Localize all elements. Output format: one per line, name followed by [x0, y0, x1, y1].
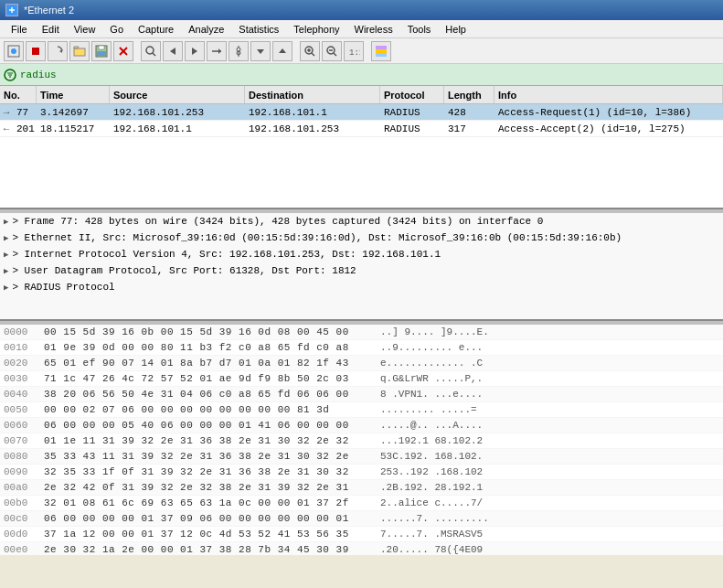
hex-offset: 0010 — [4, 342, 37, 353]
detail-row-ethernet[interactable]: ▶ > Ethernet II, Src: Microsof_39:16:0d … — [0, 230, 723, 246]
detail-text-frame: > Frame 77: 428 bytes on wire (3424 bits… — [12, 216, 543, 227]
hex-bytes: 2e 32 42 0f 31 39 32 2e 32 38 2e 31 39 3… — [44, 482, 373, 493]
svg-text:1:1: 1:1 — [349, 48, 360, 58]
hex-offset: 00b0 — [4, 497, 37, 508]
title-bar: *Ethernet 2 — [0, 0, 723, 20]
svg-line-15 — [153, 53, 155, 56]
hex-ascii: 8 .VPN1. ...e.... — [380, 389, 483, 400]
svg-line-29 — [312, 53, 314, 56]
search-button[interactable] — [141, 41, 161, 61]
zoom-out-button[interactable] — [322, 41, 342, 61]
stop-button[interactable] — [26, 41, 46, 61]
up-arrow-button[interactable] — [272, 41, 292, 61]
colorize-button[interactable] — [371, 41, 391, 61]
packet-list-header: No. Time Source Destination Protocol Len… — [0, 86, 723, 104]
svg-rect-11 — [97, 51, 106, 56]
svg-marker-17 — [192, 48, 197, 55]
new-capture-button[interactable] — [4, 41, 24, 61]
detail-text-udp: > User Datagram Protocol, Src Port: 6132… — [12, 265, 356, 276]
hex-ascii: ......... .....= — [380, 404, 477, 415]
packet-len: 428 — [444, 107, 494, 118]
filter-icon — [4, 69, 16, 81]
hex-bytes: 71 1c 47 26 4c 72 57 52 01 ae 9d f9 8b 5… — [44, 373, 373, 384]
svg-marker-8 — [74, 47, 79, 48]
hex-row: 00a02e 32 42 0f 31 39 32 2e 32 38 2e 31 … — [0, 480, 723, 496]
svg-rect-34 — [376, 49, 387, 53]
hex-offset: 0070 — [4, 435, 37, 446]
back-button[interactable] — [163, 41, 183, 61]
hex-row: 00d037 1a 12 00 00 01 37 12 0c 4d 53 52 … — [0, 527, 723, 542]
packet-arrow: → — [0, 107, 13, 118]
menu-tools[interactable]: Tools — [400, 23, 439, 36]
col-header-protocol: Protocol — [380, 86, 444, 103]
detail-text-radius: > RADIUS Protocol — [12, 282, 114, 293]
hex-row: 003071 1c 47 26 4c 72 57 52 01 ae 9d f9 … — [0, 371, 723, 387]
toolbar: 1:1 — [0, 38, 723, 64]
col-header-info: Info — [494, 86, 723, 103]
hex-ascii: .20..... 78({4E09 — [380, 544, 483, 555]
svg-point-20 — [237, 48, 240, 51]
menu-bar: File Edit View Go Capture Analyze Statis… — [0, 20, 723, 38]
goto-button[interactable] — [207, 41, 227, 61]
hex-bytes: 00 00 02 07 06 00 00 00 00 00 00 00 00 8… — [44, 404, 373, 415]
forward-button[interactable] — [185, 41, 205, 61]
hex-offset: 00d0 — [4, 529, 37, 540]
hex-offset: 0020 — [4, 358, 37, 369]
packet-src: 192.168.101.253 — [110, 107, 245, 118]
hex-ascii: ..9......... e... — [380, 342, 483, 353]
packet-len: 317 — [444, 123, 494, 134]
packet-row[interactable]: → 77 3.142697 192.168.101.253 192.168.10… — [0, 104, 723, 121]
close-button[interactable] — [113, 41, 133, 61]
zoom-100-button[interactable]: 1:1 — [344, 41, 364, 61]
svg-rect-5 — [32, 48, 39, 55]
restart-button[interactable] — [48, 41, 68, 61]
filter-input[interactable]: radius — [20, 69, 719, 80]
svg-marker-25 — [279, 48, 286, 53]
menu-view[interactable]: View — [67, 23, 103, 36]
menu-help[interactable]: Help — [438, 23, 473, 36]
save-button[interactable] — [91, 41, 112, 61]
hex-bytes: 32 01 08 61 6c 69 63 65 63 1a 0c 00 00 0… — [44, 497, 373, 508]
packet-detail: ▶ > Frame 77: 428 bytes on wire (3424 bi… — [0, 213, 723, 321]
hex-row: 007001 1e 11 31 39 32 2e 31 36 38 2e 31 … — [0, 433, 723, 449]
detail-row-radius[interactable]: ▶ > RADIUS Protocol — [0, 279, 723, 295]
svg-marker-6 — [59, 49, 62, 53]
hex-ascii: ......7. ......... — [380, 513, 489, 524]
svg-rect-35 — [376, 46, 387, 49]
zoom-in-button[interactable] — [300, 41, 320, 61]
down-arrow-button[interactable] — [250, 41, 271, 61]
col-header-length: Length — [444, 86, 494, 103]
menu-statistics[interactable]: Statistics — [231, 23, 286, 36]
hex-bytes: 32 35 33 1f 0f 31 39 32 2e 31 36 38 2e 3… — [44, 466, 373, 477]
menu-telephony[interactable]: Telephony — [286, 23, 346, 36]
hex-row: 001001 9e 39 0d 00 00 80 11 b3 f2 c0 a8 … — [0, 340, 723, 356]
col-header-source: Source — [110, 86, 245, 103]
detail-text-ip: > Internet Protocol Version 4, Src: 192.… — [12, 249, 441, 260]
hex-bytes: 65 01 ef 90 07 14 01 8a b7 d7 01 0a 01 8… — [44, 358, 373, 369]
hex-row: 00c006 00 00 00 00 01 37 09 06 00 00 00 … — [0, 511, 723, 527]
expand-icon-frame: ▶ — [4, 217, 8, 227]
packet-row[interactable]: ← 201 18.115217 192.168.101.1 192.168.10… — [0, 121, 723, 137]
hex-offset: 0080 — [4, 451, 37, 462]
hex-bytes: 35 33 43 11 31 39 32 2e 31 36 38 2e 31 3… — [44, 451, 373, 462]
menu-analyze[interactable]: Analyze — [181, 23, 231, 36]
packet-arrow: ← — [0, 123, 13, 134]
hex-offset: 0050 — [4, 404, 37, 415]
menu-go[interactable]: Go — [102, 23, 131, 36]
detail-row-udp[interactable]: ▶ > User Datagram Protocol, Src Port: 61… — [0, 262, 723, 279]
menu-capture[interactable]: Capture — [131, 23, 181, 36]
hex-row: 008035 33 43 11 31 39 32 2e 31 36 38 2e … — [0, 449, 723, 465]
capture-options-button[interactable] — [229, 41, 249, 61]
svg-line-32 — [334, 53, 336, 56]
menu-file[interactable]: File — [4, 23, 35, 36]
hex-offset: 0090 — [4, 466, 37, 477]
hex-bytes: 2e 30 32 1a 2e 00 00 01 37 38 28 7b 34 4… — [44, 544, 373, 555]
detail-row-frame[interactable]: ▶ > Frame 77: 428 bytes on wire (3424 bi… — [0, 213, 723, 230]
menu-wireless[interactable]: Wireless — [347, 23, 400, 36]
svg-rect-7 — [74, 48, 85, 56]
hex-offset: 0040 — [4, 389, 37, 400]
menu-edit[interactable]: Edit — [35, 23, 67, 36]
open-button[interactable] — [69, 41, 90, 61]
hex-row: 00b032 01 08 61 6c 69 63 65 63 1a 0c 00 … — [0, 496, 723, 511]
detail-row-ip[interactable]: ▶ > Internet Protocol Version 4, Src: 19… — [0, 246, 723, 262]
